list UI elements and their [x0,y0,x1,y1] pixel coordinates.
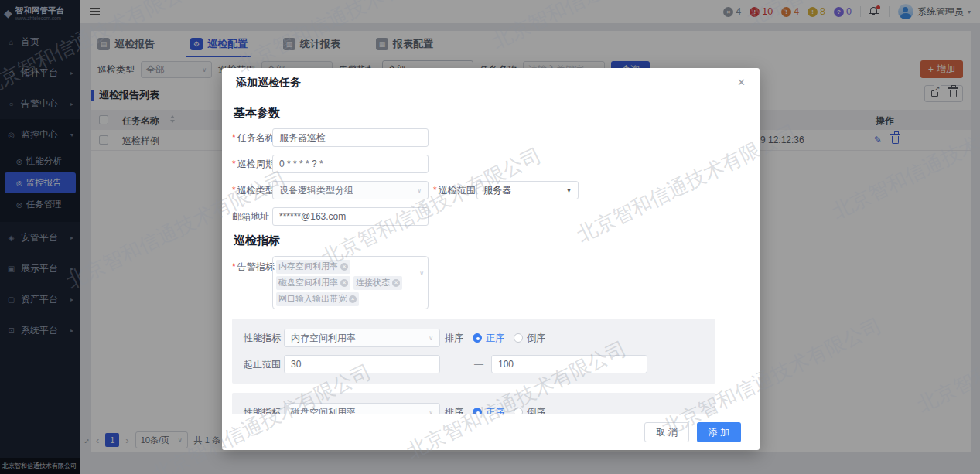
sort-label: 排序 [445,332,463,345]
perf-block-row: 性能指标 磁盘空间利用率 ∨ 排序 正序 [232,393,746,414]
modal-title: 添加巡检任务 [236,76,301,90]
modal-header: 添加巡检任务 ✕ [222,68,760,97]
task-name-label: 任务名称 [232,131,272,145]
radio-label: 正序 [486,406,504,415]
perf-block-1: 性能指标 内存空间利用率 ∨ 排序 正序 [232,319,715,384]
email-label: 邮箱地址 [232,210,272,223]
range-dash: — [474,359,483,370]
radio-dot [473,408,482,414]
range-from-input[interactable] [284,355,440,373]
tag-remove-icon[interactable]: × [340,279,348,287]
close-icon[interactable]: ✕ [737,77,746,88]
metric-tag: 网口输入输出带宽 × [276,292,359,306]
cancel-button[interactable]: 取 消 [644,422,688,442]
cycle-input[interactable] [272,155,429,173]
email-input[interactable] [272,207,429,226]
radio-dot [473,333,482,343]
metric-tag: 磁盘空间利用率 × [276,276,350,290]
alarm-metric-multiselect[interactable]: 内存空间利用率 × 磁盘空间利用率 × 连接状态 × 网口输入输出带宽 × ∨ [272,256,429,309]
range-label: 起止范围 [244,358,284,371]
perf-metric-row: 性能指标 内存空间利用率 ∨ 排序 正序 [244,329,715,347]
tag-label: 磁盘空间利用率 [278,277,338,288]
radio-label: 倒序 [527,332,545,345]
section-inspection-metrics: 巡检指标 [234,234,746,248]
radio-dot [514,333,523,343]
chevron-down-icon: ∨ [429,335,433,342]
radio-descending[interactable]: 倒序 [514,406,545,415]
cycle-label: 巡检周期 [232,158,272,171]
modal-body: 基本参数 任务名称 巡检周期 巡检类型 设备逻辑类型分组 ∨ 巡检范围 服务器 … [222,97,760,414]
type-label: 巡检类型 [232,184,272,197]
chevron-down-icon: ∨ [429,409,433,415]
perf-block-2: 性能指标 磁盘空间利用率 ∨ 排序 正序 [232,393,715,414]
add-inspection-task-modal: 添加巡检任务 ✕ 基本参数 任务名称 巡检周期 巡检类型 设备逻辑类型分组 ∨ … [222,68,760,450]
select-value: 设备逻辑类型分组 [279,184,353,197]
scope-label: 巡检范围 [433,184,476,197]
section-basic-params: 基本参数 [234,106,746,121]
field-alarm-metric: 告警指标 内存空间利用率 × 磁盘空间利用率 × 连接状态 × 网口输入输出带宽… [232,256,746,309]
field-email: 邮箱地址 [232,207,746,226]
metric-tag: 连接状态 × [353,276,402,290]
radio-ascending[interactable]: 正序 [473,332,504,345]
chevron-down-icon: ∨ [419,270,424,277]
perf-metric-label: 性能指标 [244,406,284,415]
field-type-scope: 巡检类型 设备逻辑类型分组 ∨ 巡检范围 服务器 ▼ [232,181,746,199]
tag-label: 网口输入输出带宽 [278,293,347,305]
screen: ◆ 智和网管平台 www.zhtelecom.com ⌂ 首页 ▸ ◇ 拓扑平台… [0,0,980,474]
dropdown-arrow-icon: ▼ [566,188,572,193]
radio-label: 倒序 [527,406,545,415]
modal-footer: 取 消 添 加 [222,414,760,450]
tag-remove-icon[interactable]: × [340,263,348,271]
tag-label: 连接状态 [356,277,390,288]
tag-remove-icon[interactable]: × [349,295,357,303]
scope-select[interactable]: 服务器 ▼ [476,181,579,199]
tag-label: 内存空间利用率 [278,261,338,272]
metric-tag: 内存空间利用率 × [276,260,350,274]
sort-group: 排序 正序 倒序 [445,406,545,415]
select-value: 内存空间利用率 [291,332,356,345]
radio-descending[interactable]: 倒序 [514,332,545,345]
perf-block-row: 性能指标 内存空间利用率 ∨ 排序 正序 [232,319,746,384]
sort-group: 排序 正序 倒序 [445,332,545,345]
sort-label: 排序 [445,406,463,415]
perf-metric-select[interactable]: 磁盘空间利用率 ∨ [284,403,440,414]
tag-remove-icon[interactable]: × [392,279,400,287]
task-name-input[interactable] [272,128,429,147]
chevron-down-icon: ∨ [417,187,422,194]
alarm-metric-label: 告警指标 [232,256,272,274]
radio-ascending[interactable]: 正序 [473,406,504,415]
submit-button[interactable]: 添 加 [697,422,741,442]
radio-dot [514,408,523,414]
select-value: 磁盘空间利用率 [291,406,356,415]
select-value: 服务器 [483,184,511,197]
perf-metric-select[interactable]: 内存空间利用率 ∨ [284,329,440,347]
field-cycle: 巡检周期 [232,155,746,173]
range-to-input[interactable] [491,355,647,373]
perf-metric-label: 性能指标 [244,332,284,345]
perf-range-row: 起止范围 — [244,355,715,373]
type-select[interactable]: 设备逻辑类型分组 ∨ [272,181,429,199]
radio-label: 正序 [486,332,504,345]
field-task-name: 任务名称 [232,128,746,147]
perf-metric-row: 性能指标 磁盘空间利用率 ∨ 排序 正序 [244,403,715,414]
